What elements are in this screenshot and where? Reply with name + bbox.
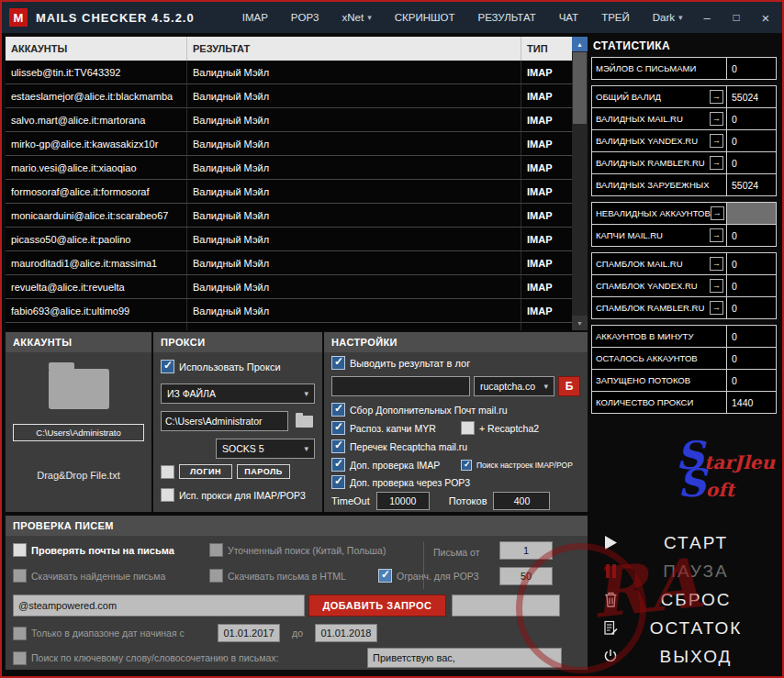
- pause-icon: [599, 563, 622, 579]
- export-arrow-icon[interactable]: →: [710, 134, 723, 148]
- table-row[interactable]: mirko-gp@alice.it:kawasakizx10rВалидный …: [6, 132, 572, 156]
- scroll-up-icon[interactable]: [572, 37, 588, 51]
- export-arrow-icon[interactable]: →: [710, 156, 723, 170]
- letters-from-input[interactable]: [499, 541, 553, 560]
- brand-logo: StarJleu Soft: [591, 442, 775, 497]
- table-row[interactable]: monicaarduini@alice.it:scarabeo67Валидны…: [6, 204, 572, 228]
- brand-line1-rest: tarJleu: [704, 451, 775, 473]
- menu-item-screenshot[interactable]: СКРИНШОТ: [395, 12, 455, 23]
- brand-line1-big: S: [677, 433, 704, 478]
- pop3-limit-checkbox[interactable]: [378, 569, 392, 583]
- pop3-check-checkbox[interactable]: [331, 475, 345, 489]
- keyword-checkbox[interactable]: [13, 651, 27, 665]
- table-row[interactable]: revuelta@alice.it:revueltaВалидный МэйлI…: [6, 275, 572, 299]
- accounts-path-box[interactable]: C:\Users\Administrato: [13, 424, 144, 441]
- column-header-accounts[interactable]: АККАУНТЫ: [6, 37, 187, 61]
- close-icon[interactable]: [751, 6, 780, 29]
- imap-check-checkbox[interactable]: [331, 458, 345, 472]
- stat-row: СПАМБЛОК MAIL.RU→0: [591, 252, 777, 275]
- action-reset-button[interactable]: СБРОС: [591, 585, 777, 614]
- scrollbar-thumb[interactable]: [573, 52, 587, 124]
- column-header-result[interactable]: РЕЗУЛЬТАТ: [187, 37, 521, 61]
- table-row[interactable]: picasso50@alice.it:paolinoВалидный МэйлI…: [6, 228, 572, 251]
- threads-input[interactable]: [493, 492, 550, 510]
- export-arrow-icon[interactable]: →: [710, 228, 723, 242]
- download-html-checkbox[interactable]: [209, 569, 223, 583]
- table-row[interactable]: …@alice.it:…Валидный МэйлIMAP: [6, 323, 572, 330]
- stat-value: [726, 203, 776, 224]
- captcha-key-input[interactable]: [331, 376, 470, 396]
- recheck-recaptcha-checkbox[interactable]: [331, 439, 345, 453]
- dragdrop-hint: Drag&Drop File.txt: [6, 470, 151, 481]
- menu-item-pop3[interactable]: POP3: [291, 12, 319, 23]
- menu-item-chat[interactable]: ЧАТ: [559, 12, 578, 23]
- date-range-checkbox[interactable]: [13, 627, 27, 640]
- balance-button[interactable]: Б: [558, 376, 580, 396]
- refined-search-checkbox[interactable]: [209, 543, 223, 557]
- action-buttons: СТАРТПАУЗАСБРОСОСТАТОКВЫХОД: [591, 528, 777, 671]
- export-arrow-icon[interactable]: →: [710, 112, 723, 126]
- menu-item-theme[interactable]: Dark▾: [653, 12, 683, 23]
- extra-query-input[interactable]: [452, 595, 560, 617]
- table-row[interactable]: ulisseb@tin.it:TV643392Валидный МэйлIMAP: [6, 61, 572, 84]
- settings-panel-title: НАСТРОЙКИ: [324, 332, 588, 352]
- export-arrow-icon[interactable]: →: [710, 279, 723, 293]
- collect-mail-checkbox[interactable]: [331, 403, 345, 417]
- keyword-input[interactable]: [367, 648, 562, 668]
- menu-item-xnet[interactable]: xNet▾: [342, 12, 372, 23]
- proxy-password-field[interactable]: ПАРОЛЬ: [237, 464, 290, 479]
- folder-icon[interactable]: [49, 369, 109, 409]
- table-row[interactable]: mario.vesi@alice.it:xiaoqiaoВалидный Мэй…: [6, 156, 572, 180]
- maximize-icon[interactable]: [722, 6, 751, 29]
- browse-folder-icon[interactable]: [293, 412, 315, 430]
- minimize-icon[interactable]: [692, 6, 722, 29]
- export-arrow-icon[interactable]: →: [710, 257, 723, 271]
- date-from-input[interactable]: [218, 624, 280, 642]
- log-checkbox[interactable]: [331, 356, 345, 370]
- table-row[interactable]: estaeslamejor@alice.it:blackmambaВалидны…: [6, 84, 572, 108]
- export-arrow-icon[interactable]: →: [711, 206, 724, 220]
- add-query-button[interactable]: ДОБАВИТЬ ЗАПРОС: [308, 595, 446, 617]
- accounts-panel: АККАУНТЫ C:\Users\Administrato Drag&Drop…: [6, 332, 151, 512]
- pop3-limit-input[interactable]: [499, 567, 553, 585]
- download-found-checkbox[interactable]: [13, 569, 27, 583]
- column-header-type[interactable]: ТИП: [521, 37, 572, 61]
- proxy-source-select[interactable]: ИЗ ФАЙЛА: [161, 383, 315, 404]
- action-pause-button[interactable]: ПАУЗА: [591, 557, 777, 585]
- action-exit-button[interactable]: ВЫХОД: [591, 642, 777, 671]
- imap-pop-settings-checkbox[interactable]: [461, 460, 472, 471]
- menu-item-tray[interactable]: ТРЕЙ: [601, 12, 630, 23]
- action-rest-button[interactable]: ОСТАТОК: [591, 614, 777, 642]
- use-proxy-checkbox[interactable]: [161, 360, 174, 373]
- query-input[interactable]: [13, 595, 305, 617]
- stat-label: КОЛИЧЕСТВО ПРОКСИ: [592, 392, 726, 413]
- menu-item-result[interactable]: РЕЗУЛЬТАТ: [477, 12, 535, 23]
- stat-label-text: ВАЛИДНЫХ RAMBLER.RU: [596, 158, 705, 168]
- recaptcha2-checkbox[interactable]: [461, 421, 475, 435]
- proxy-type-select[interactable]: SOCKS 5: [216, 439, 315, 459]
- stat-value: 0: [726, 108, 776, 129]
- scroll-down-icon[interactable]: [572, 316, 588, 330]
- table-row[interactable]: formosoraf@alice.it:formosorafВалидный М…: [6, 180, 572, 204]
- table-row[interactable]: fabio693@alice.it:ultimo99Валидный МэйлI…: [6, 299, 572, 323]
- action-start-button[interactable]: СТАРТ: [591, 528, 777, 557]
- proxy-path-input[interactable]: [161, 411, 288, 431]
- menu-item-imap[interactable]: IMAP: [242, 12, 268, 23]
- export-arrow-icon[interactable]: →: [710, 301, 723, 315]
- cell-type: IMAP: [521, 132, 572, 155]
- table-scrollbar[interactable]: [572, 37, 588, 330]
- stat-value: 0: [726, 253, 776, 274]
- timeout-input[interactable]: [376, 492, 430, 510]
- captcha-service-select[interactable]: rucaptcha.co: [474, 376, 554, 396]
- cell-type: IMAP: [521, 180, 572, 203]
- table-row[interactable]: salvo.mart@alice.it:martoranaВалидный Мэ…: [6, 108, 572, 132]
- proxy-login-field[interactable]: ЛОГИН: [179, 464, 232, 479]
- export-arrow-icon[interactable]: →: [710, 90, 723, 104]
- date-to-input[interactable]: [315, 624, 377, 642]
- proxy-auth-checkbox[interactable]: [161, 465, 174, 479]
- proxy-imap-pop3-checkbox[interactable]: [161, 488, 174, 502]
- stat-value: 0: [726, 58, 776, 79]
- table-row[interactable]: mauroditadi1@alice.it:massima1Валидный М…: [6, 251, 572, 275]
- myr-captcha-checkbox[interactable]: [331, 421, 345, 435]
- check-letters-checkbox[interactable]: [13, 543, 27, 557]
